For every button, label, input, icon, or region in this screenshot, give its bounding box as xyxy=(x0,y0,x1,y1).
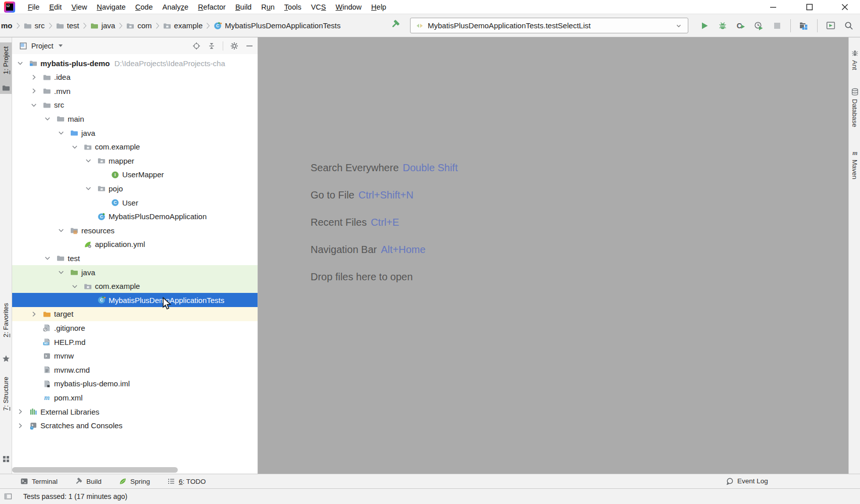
debug-button[interactable] xyxy=(718,21,728,31)
run-button[interactable] xyxy=(699,21,710,31)
menu-run[interactable]: Run xyxy=(261,3,275,11)
breadcrumb-item[interactable]: test xyxy=(56,21,79,30)
locate-file-button[interactable] xyxy=(192,42,200,50)
tree-row-java[interactable]: java xyxy=(12,265,258,279)
chevron-down-icon[interactable] xyxy=(71,282,79,290)
chevron-down-icon[interactable] xyxy=(57,226,65,234)
collapse-all-button[interactable] xyxy=(208,42,216,50)
tree-row-mvnw.cmd[interactable]: mvnw.cmd xyxy=(12,363,258,377)
todo-list-icon xyxy=(167,477,175,485)
menu-window[interactable]: Window xyxy=(336,3,362,11)
toolwindow-toggle-icon[interactable] xyxy=(4,492,12,500)
menu-view[interactable]: View xyxy=(71,3,87,11)
tree-row-target[interactable]: target xyxy=(12,307,258,321)
panel-settings-button[interactable] xyxy=(230,42,238,50)
tree-row-mybatis-plus-demo[interactable]: mybatis-plus-demoD:\IdeaProjects\IdeaPro… xyxy=(12,56,258,70)
chevron-right-icon[interactable] xyxy=(16,408,24,416)
chevron-down-icon[interactable] xyxy=(43,115,52,123)
project-structure-button[interactable] xyxy=(799,21,809,31)
righttab-database[interactable]: Database xyxy=(849,88,860,127)
tree-row-mybatisplusdemoapplication[interactable]: CMybatisPlusDemoApplication xyxy=(12,210,258,224)
chevron-down-icon[interactable] xyxy=(84,184,92,192)
menu-build[interactable]: Build xyxy=(235,3,251,11)
breadcrumb-item[interactable]: mo xyxy=(1,21,13,30)
minimize-button[interactable] xyxy=(762,0,785,14)
chevron-right-icon[interactable] xyxy=(30,73,38,81)
breadcrumb-item[interactable]: com xyxy=(126,21,151,30)
menu-help[interactable]: Help xyxy=(371,3,386,11)
hide-panel-button[interactable] xyxy=(245,42,254,50)
menu-edit[interactable]: Edit xyxy=(49,3,62,11)
chevron-down-icon[interactable] xyxy=(16,59,24,67)
shortcut-hint: Navigation BarAlt+Home xyxy=(311,243,426,256)
maximize-button[interactable] xyxy=(798,0,821,14)
menu-tools[interactable]: Tools xyxy=(284,3,301,11)
maven-icon: m xyxy=(43,393,51,401)
tree-row-mybatisplusdemoapplicationtests[interactable]: CMybatisPlusDemoApplicationTests xyxy=(12,293,258,307)
tree-row-mapper[interactable]: mapper xyxy=(12,154,258,168)
chevron-down-icon[interactable] xyxy=(57,129,65,137)
chevron-down-icon[interactable] xyxy=(43,254,52,262)
menu-analyze[interactable]: Analyze xyxy=(163,3,189,11)
chevron-down-icon[interactable] xyxy=(57,268,65,276)
sidebar-tab-project[interactable]: 1: Project xyxy=(0,42,12,94)
tree-row-scratches-and-consoles[interactable]: Scratches and Consoles xyxy=(12,419,258,433)
tree-row-mvnw[interactable]: mvnw xyxy=(12,349,258,363)
tree-horizontal-scrollbar[interactable] xyxy=(12,467,258,473)
run-with-coverage-button[interactable]: C xyxy=(736,21,746,31)
tree-row-test[interactable]: test xyxy=(12,251,258,265)
profiler-button[interactable] xyxy=(754,21,764,31)
righttab-ant[interactable]: Ant xyxy=(849,49,860,70)
class-test-icon: C xyxy=(214,22,222,30)
menu-file[interactable]: File xyxy=(28,3,39,11)
breadcrumb-item[interactable]: example xyxy=(163,21,203,30)
event-log-button[interactable]: Event Log xyxy=(726,474,768,488)
tree-row-src[interactable]: src xyxy=(12,98,258,112)
shortcut-label: Drop files here to open xyxy=(311,271,413,283)
tree-row-.gitignore[interactable]: .gitignore xyxy=(12,321,258,335)
bottomtab-spring[interactable]: Spring xyxy=(119,477,150,485)
righttab-maven[interactable]: mMaven xyxy=(849,148,860,179)
run-tool-window-button[interactable] xyxy=(826,21,836,31)
tree-row-com.example[interactable]: com.example xyxy=(12,279,258,293)
tree-row-main[interactable]: main xyxy=(12,112,258,126)
tree-row-pojo[interactable]: pojo xyxy=(12,181,258,195)
menu-code[interactable]: Code xyxy=(135,3,153,11)
build-project-button[interactable] xyxy=(390,19,400,29)
chevron-down-icon[interactable] xyxy=(30,101,38,109)
close-button[interactable] xyxy=(833,0,856,14)
tree-row-.idea[interactable]: .idea xyxy=(12,70,258,84)
breadcrumb-item[interactable]: CMybatisPlusDemoApplicationTests xyxy=(214,21,340,30)
chevron-down-icon[interactable] xyxy=(84,157,92,165)
bottomtab-build[interactable]: Build xyxy=(75,477,102,485)
tree-row-external-libraries[interactable]: External Libraries xyxy=(12,405,258,419)
breadcrumb-separator-icon xyxy=(83,22,87,29)
tree-row-usermapper[interactable]: IUserMapper xyxy=(12,168,258,182)
spring-leaf-icon xyxy=(119,477,127,485)
bottomtab-terminal[interactable]: Terminal xyxy=(20,477,58,485)
tree-row-com.example[interactable]: com.example xyxy=(12,140,258,154)
breadcrumb-item[interactable]: java xyxy=(90,21,116,30)
tree-row-pom.xml[interactable]: mpom.xml xyxy=(12,390,258,405)
tree-row-.mvn[interactable]: .mvn xyxy=(12,84,258,98)
search-everywhere-button[interactable] xyxy=(844,21,854,31)
bottomtab-6--todo[interactable]: 6: TODO xyxy=(167,477,206,485)
file-module-icon xyxy=(43,380,51,388)
chevron-right-icon[interactable] xyxy=(16,422,24,430)
tree-row-application.yml[interactable]: application.yml xyxy=(12,237,258,251)
project-view-selector[interactable]: Project xyxy=(19,42,63,50)
tree-row-mybatis-plus-demo.iml[interactable]: mybatis-plus-demo.iml xyxy=(12,377,258,391)
menu-vcs[interactable]: VCS xyxy=(311,3,326,11)
tree-row-java[interactable]: java xyxy=(12,126,258,140)
chevron-right-icon[interactable] xyxy=(30,310,38,318)
tree-row-help.md[interactable]: MDHELP.md xyxy=(12,335,258,349)
chevron-right-icon[interactable] xyxy=(30,87,38,95)
menu-navigate[interactable]: Navigate xyxy=(97,3,126,11)
menu-refactor[interactable]: Refactor xyxy=(198,3,226,11)
breadcrumb-item[interactable]: src xyxy=(24,21,45,30)
chevron-down-icon[interactable] xyxy=(71,143,79,151)
run-configuration-select[interactable]: MybatisPlusDemoApplicationTests.testSele… xyxy=(410,18,688,33)
tree-row-resources[interactable]: resources xyxy=(12,223,258,237)
shortcut-label: Navigation Bar xyxy=(311,244,377,256)
tree-row-user[interactable]: CUser xyxy=(12,195,258,210)
